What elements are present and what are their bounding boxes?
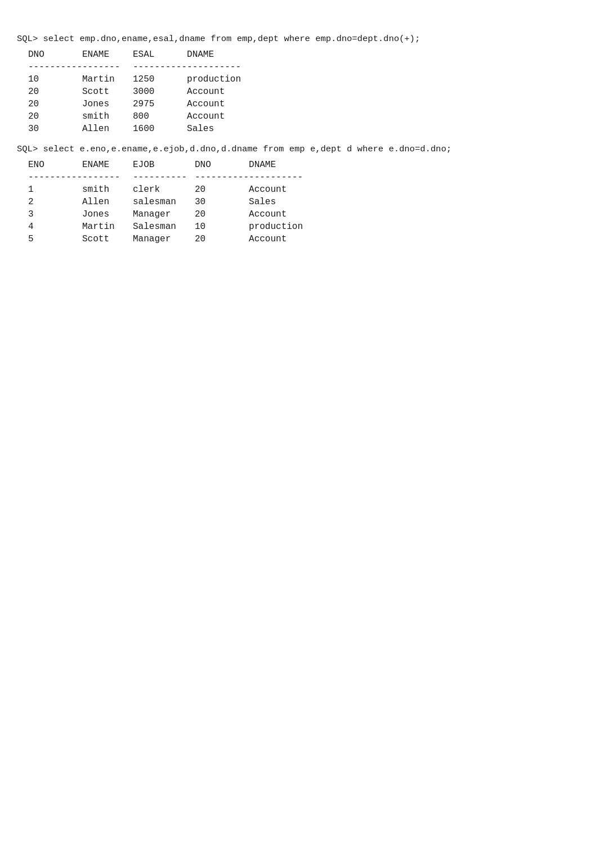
cell-ename: Martin — [82, 221, 133, 233]
cell-ename: smith — [82, 183, 133, 196]
query2-sep-dname: ---------- — [249, 171, 316, 183]
query1-sep-ename: ------- — [82, 61, 133, 73]
cell-ename: Scott — [82, 233, 133, 245]
cell-dno: 20 — [28, 110, 82, 123]
query1-header-row: DNO ENAME ESAL DNAME — [28, 48, 254, 61]
query2-separator-row: ---------- ------- ---------- ----------… — [28, 171, 316, 183]
query1-header-dno: DNO — [28, 48, 82, 61]
cell-ejob: Manager — [133, 233, 195, 245]
table-row: 1 smith clerk 20 Account — [28, 183, 316, 196]
cell-ename: Scott — [82, 86, 133, 98]
query2-header-ename: ENAME — [82, 159, 133, 171]
cell-dname: Sales — [249, 196, 316, 208]
cell-dname: production — [187, 73, 254, 86]
query1-text: SQL> select emp.dno,ename,esal,dname fro… — [17, 34, 591, 44]
cell-ename: Allen — [82, 196, 133, 208]
cell-dname: Account — [187, 98, 254, 110]
query2-header-eno: ENO — [28, 159, 82, 171]
cell-ename: Martin — [82, 73, 133, 86]
query2-text: SQL> select e.eno,e.ename,e.ejob,d.dno,d… — [17, 144, 591, 154]
cell-dno: 20 — [28, 86, 82, 98]
cell-eno: 4 — [28, 221, 82, 233]
query2-header-dno: DNO — [195, 159, 249, 171]
cell-dno: 10 — [28, 73, 82, 86]
cell-esal: 3000 — [133, 86, 187, 98]
cell-dname: Account — [187, 110, 254, 123]
cell-esal: 800 — [133, 110, 187, 123]
query1-header-esal: ESAL — [133, 48, 187, 61]
query1-table: DNO ENAME ESAL DNAME ---------- ------- … — [28, 48, 591, 135]
cell-eno: 2 — [28, 196, 82, 208]
cell-ename: Jones — [82, 98, 133, 110]
cell-esal: 1250 — [133, 73, 187, 86]
cell-dname: Sales — [187, 123, 254, 135]
cell-dname: Account — [249, 233, 316, 245]
query2-header-row: ENO ENAME EJOB DNO DNAME — [28, 159, 316, 171]
query2-header-ejob: EJOB — [133, 159, 195, 171]
table-row: 20 smith 800 Account — [28, 110, 254, 123]
cell-dno: 30 — [28, 123, 82, 135]
table-row: 10 Martin 1250 production — [28, 73, 254, 86]
query2-block: SQL> select e.eno,e.ename,e.ejob,d.dno,d… — [17, 144, 591, 245]
cell-eno: 5 — [28, 233, 82, 245]
query1-header-ename: ENAME — [82, 48, 133, 61]
cell-ejob: Salesman — [133, 221, 195, 233]
query1-separator-row: ---------- ------- ---------- ---------- — [28, 61, 254, 73]
cell-dno: 20 — [195, 233, 249, 245]
table-row: 2 Allen salesman 30 Sales — [28, 196, 316, 208]
cell-ename: Jones — [82, 208, 133, 221]
cell-dname: Account — [249, 183, 316, 196]
cell-dname: Account — [249, 208, 316, 221]
cell-eno: 1 — [28, 183, 82, 196]
cell-eno: 3 — [28, 208, 82, 221]
query2-sep-dno: ---------- — [195, 171, 249, 183]
query2-table: ENO ENAME EJOB DNO DNAME ---------- ----… — [28, 159, 591, 245]
cell-ejob: Manager — [133, 208, 195, 221]
query2-header-dname: DNAME — [249, 159, 316, 171]
table-row: 30 Allen 1600 Sales — [28, 123, 254, 135]
cell-esal: 2975 — [133, 98, 187, 110]
cell-dname: Account — [187, 86, 254, 98]
query1-sep-esal: ---------- — [133, 61, 187, 73]
query2-sep-ejob: ---------- — [133, 171, 195, 183]
table-row: 20 Jones 2975 Account — [28, 98, 254, 110]
query1-sep-dno: ---------- — [28, 61, 82, 73]
query2-sep-eno: ---------- — [28, 171, 82, 183]
cell-ejob: salesman — [133, 196, 195, 208]
cell-dname: production — [249, 221, 316, 233]
table-row: 20 Scott 3000 Account — [28, 86, 254, 98]
table-row: 5 Scott Manager 20 Account — [28, 233, 316, 245]
cell-dno: 30 — [195, 196, 249, 208]
query1-sep-dname: ---------- — [187, 61, 254, 73]
cell-dno: 10 — [195, 221, 249, 233]
cell-ejob: clerk — [133, 183, 195, 196]
cell-ename: smith — [82, 110, 133, 123]
cell-dno: 20 — [195, 208, 249, 221]
query2-sep-ename: ------- — [82, 171, 133, 183]
table-row: 4 Martin Salesman 10 production — [28, 221, 316, 233]
cell-esal: 1600 — [133, 123, 187, 135]
cell-dno: 20 — [28, 98, 82, 110]
cell-ename: Allen — [82, 123, 133, 135]
table-row: 3 Jones Manager 20 Account — [28, 208, 316, 221]
query1-block: SQL> select emp.dno,ename,esal,dname fro… — [17, 34, 591, 135]
cell-dno: 20 — [195, 183, 249, 196]
query1-header-dname: DNAME — [187, 48, 254, 61]
